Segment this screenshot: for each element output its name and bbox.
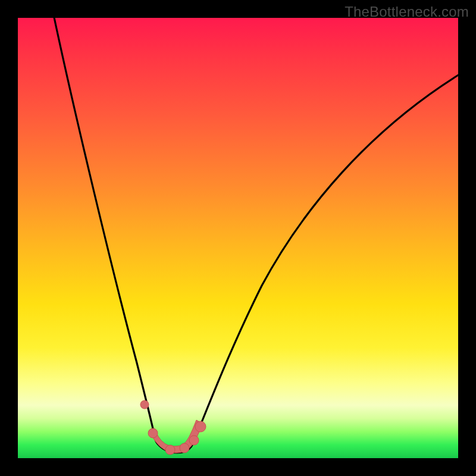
marker-cap — [195, 421, 206, 432]
outer-frame: TheBottleneck.com — [0, 0, 476, 476]
curve-right-branch — [192, 74, 459, 446]
marker-group — [140, 400, 206, 455]
marker-cap — [180, 443, 189, 453]
chart-svg — [18, 18, 458, 458]
marker-cap — [165, 445, 175, 455]
curve-left-branch — [53, 12, 156, 441]
plot-area — [18, 18, 458, 458]
marker-cap — [189, 436, 199, 445]
marker-cap — [148, 428, 158, 438]
marker-dot — [140, 400, 149, 409]
